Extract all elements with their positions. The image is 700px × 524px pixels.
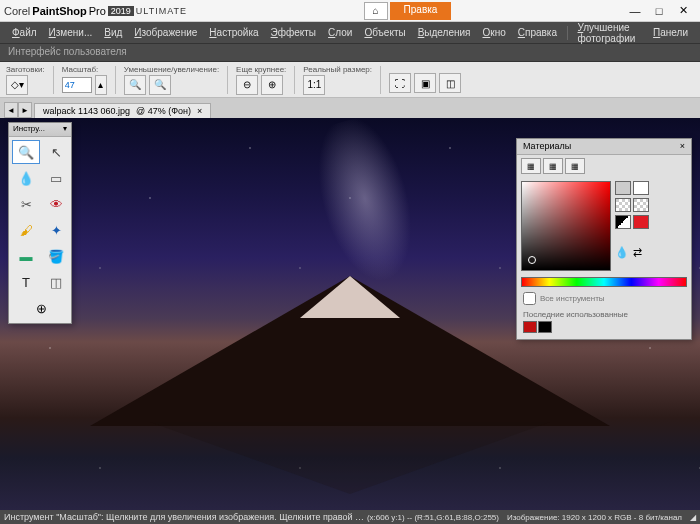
- texture-swatch-1[interactable]: [615, 198, 631, 212]
- recent-swatch[interactable]: [523, 321, 537, 333]
- status-cursor-pos: (x:606 y:1) -- (R:51,G:61,B:88,O:255): [367, 513, 499, 522]
- snap-button[interactable]: ◫: [439, 73, 461, 93]
- picker-cursor-icon: [528, 256, 536, 264]
- home-icon: ⌂: [373, 5, 379, 16]
- color-picker[interactable]: [521, 181, 611, 271]
- crop-tool[interactable]: ✂: [12, 192, 40, 216]
- tools-panel-title: Инстру...: [13, 124, 45, 135]
- submenu-label[interactable]: Интерфейс пользователя: [8, 46, 127, 57]
- presets-dropdown[interactable]: ◇▾: [6, 75, 28, 95]
- recent-label: Последние использованные: [523, 310, 628, 319]
- tab-prev-button[interactable]: ◄: [4, 102, 18, 118]
- tools-panel-header[interactable]: Инстру... ▾: [9, 123, 71, 137]
- minimize-button[interactable]: —: [628, 4, 642, 18]
- menu-selections[interactable]: Выделения: [412, 24, 477, 41]
- menu-edit[interactable]: Измени...: [43, 24, 99, 41]
- document-name: walpack 1143 060.jpg: [43, 106, 130, 116]
- menu-bar: Файл Измени... Вид Изображение Настройка…: [0, 22, 700, 44]
- brand-edition: ULTIMATE: [136, 6, 187, 16]
- materials-panel[interactable]: Материалы × ▦ ▦ ▦ 💧 ⇄: [516, 138, 692, 340]
- material-tab-swatch[interactable]: ▦: [565, 158, 585, 174]
- close-button[interactable]: ✕: [676, 4, 690, 18]
- submenu-bar: Интерфейс пользователя: [0, 44, 700, 62]
- status-hint: Инструмент "Масштаб": Щелкните для увели…: [4, 512, 367, 522]
- pan-tool[interactable]: ⊕: [27, 296, 55, 320]
- document-tab[interactable]: walpack 1143 060.jpg @ 47% (Фон) ×: [34, 103, 211, 118]
- zoom-io-label: Уменьшение/увеличение:: [124, 65, 219, 74]
- all-tools-checkbox[interactable]: [523, 292, 536, 305]
- menu-adjust[interactable]: Настройка: [203, 24, 264, 41]
- paintbrush-tool[interactable]: 🖌: [12, 218, 40, 242]
- workspace-tab-edit[interactable]: Правка: [390, 2, 452, 20]
- swap-colors-icon[interactable]: ⇄: [633, 246, 649, 260]
- status-image-info: Изображение: 1920 x 1200 x RGB - 8 бит/к…: [507, 513, 682, 522]
- brand-pro: Pro: [89, 5, 106, 17]
- zoom-in-button[interactable]: 🔍: [149, 75, 171, 95]
- menu-objects[interactable]: Объекты: [358, 24, 411, 41]
- zoom-step-out-button[interactable]: ⊖: [236, 75, 258, 95]
- menu-window[interactable]: Окно: [477, 24, 512, 41]
- clone-tool[interactable]: ✦: [42, 218, 70, 242]
- eyedropper-tool[interactable]: 💧: [12, 166, 40, 190]
- brand-year: 2019: [108, 6, 134, 16]
- document-tab-bar: ◄ ► walpack 1143 060.jpg @ 47% (Фон) ×: [0, 98, 700, 118]
- marquee-tool[interactable]: ▭: [42, 166, 70, 190]
- menu-panels[interactable]: Панели: [647, 24, 694, 41]
- materials-title: Материалы: [523, 141, 571, 152]
- foreground-swatch[interactable]: [615, 181, 631, 195]
- tool-options-bar: Заготовки: ◇▾ Масштаб: ▴ Уменьшение/увел…: [0, 62, 700, 98]
- menu-file[interactable]: Файл: [6, 24, 43, 41]
- fit-image-button[interactable]: ▣: [414, 73, 436, 93]
- menu-effects[interactable]: Эффекты: [265, 24, 322, 41]
- zoom-input[interactable]: [62, 77, 92, 93]
- zoom-steps-label: Еще крупнее:: [236, 65, 286, 74]
- red-swatch[interactable]: [633, 215, 649, 229]
- panel-close-icon[interactable]: ×: [680, 141, 685, 152]
- actual-size-button[interactable]: 1:1: [303, 75, 325, 95]
- background-swatch[interactable]: [633, 181, 649, 195]
- texture-swatch-2[interactable]: [633, 198, 649, 212]
- shape-tool[interactable]: ▬: [12, 244, 40, 268]
- status-bar: Инструмент "Масштаб": Щелкните для увели…: [0, 510, 700, 524]
- pointer-tool[interactable]: ↖: [42, 140, 70, 164]
- tools-panel[interactable]: Инстру... ▾ 🔍↖💧▭✂👁🖌✦▬🪣T◫⊕: [8, 122, 72, 324]
- menu-separator: [567, 26, 568, 40]
- bw-swatch[interactable]: [615, 215, 631, 229]
- fit-window-button[interactable]: ⛶: [389, 73, 411, 93]
- zoom-out-icon: 🔍: [129, 79, 141, 90]
- zoom-stepper[interactable]: ▴: [95, 75, 107, 95]
- maximize-button[interactable]: □: [652, 4, 666, 18]
- menu-view[interactable]: Вид: [98, 24, 128, 41]
- dropdown-icon: ▾: [63, 124, 67, 135]
- document-zoom-suffix: @ 47% (Фон): [136, 106, 191, 116]
- redeye-tool[interactable]: 👁: [42, 192, 70, 216]
- text-tool[interactable]: T: [12, 270, 40, 294]
- presets-label: Заготовки:: [6, 65, 45, 74]
- menu-image[interactable]: Изображение: [128, 24, 203, 41]
- eyedropper-icon[interactable]: 💧: [615, 246, 631, 260]
- hue-slider[interactable]: [521, 277, 687, 287]
- menu-help[interactable]: Справка: [512, 24, 563, 41]
- app-title: Corel PaintShop Pro 2019 ULTIMATE: [4, 5, 187, 17]
- material-tab-rainbow[interactable]: ▦: [543, 158, 563, 174]
- zoom-step-in-button[interactable]: ⊕: [261, 75, 283, 95]
- vector-tool[interactable]: ◫: [42, 270, 70, 294]
- brand-paintshop: PaintShop: [32, 5, 86, 17]
- zoom-out-button[interactable]: 🔍: [124, 75, 146, 95]
- zoom-in-icon: 🔍: [154, 79, 166, 90]
- materials-header[interactable]: Материалы ×: [517, 139, 691, 155]
- menu-layers[interactable]: Слои: [322, 24, 358, 41]
- recent-swatch[interactable]: [538, 321, 552, 333]
- zoom-label: Масштаб:: [62, 65, 98, 74]
- menu-photo-enhance[interactable]: Улучшение фотографии: [572, 19, 648, 47]
- tab-next-button[interactable]: ►: [18, 102, 32, 118]
- status-resize-icon: ◢: [690, 513, 696, 522]
- brand-corel: Corel: [4, 5, 30, 17]
- workspace-tab-home[interactable]: ⌂: [364, 2, 388, 20]
- actual-size-label: Реальный размер:: [303, 65, 372, 74]
- material-tab-frame[interactable]: ▦: [521, 158, 541, 174]
- zoom-tool[interactable]: 🔍: [12, 140, 40, 164]
- fill-tool[interactable]: 🪣: [42, 244, 70, 268]
- tab-close-button[interactable]: ×: [197, 106, 202, 116]
- all-tools-label: Все инструменты: [540, 294, 605, 303]
